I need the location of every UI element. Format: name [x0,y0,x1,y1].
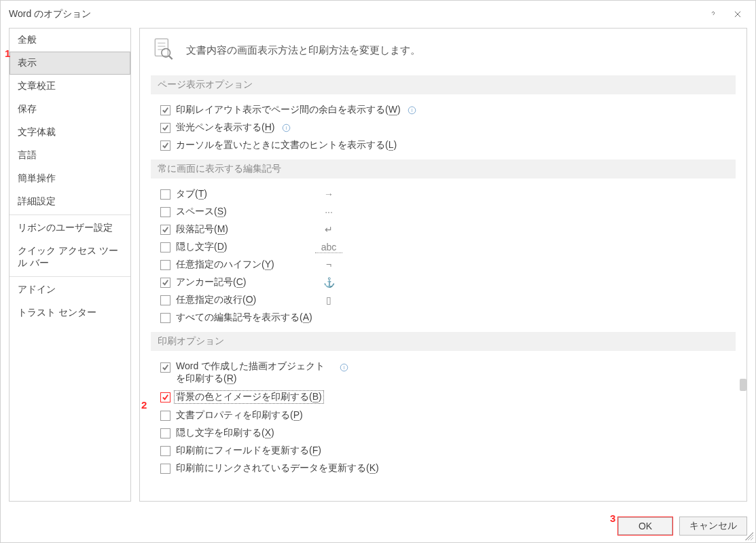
opt-print-background: 背景の色とイメージを印刷する(B) [160,388,736,407]
nav-item-general[interactable]: 全般 [10,29,130,52]
checkbox[interactable] [160,242,170,252]
pane-header: 文書内容の画面表示方法と印刷方法を変更します。 [151,37,736,64]
checkbox[interactable] [160,225,170,235]
opt-paragraph-mark: 段落記号(M) ↵ [160,221,736,238]
svg-text:i: i [286,124,287,130]
info-icon[interactable]: i [339,362,348,372]
resize-grip[interactable] [745,532,753,540]
ok-button[interactable]: OK [618,517,672,535]
titlebar: Word のオプション [1,1,755,28]
divider [10,276,130,277]
opt-tab-mark: タブ(T) → [160,185,736,203]
info-icon[interactable]: i [281,123,291,132]
opt-print-hidden-text: 隠し文字を印刷する(X) [160,424,736,442]
anchor-symbol: ⚓ [315,277,342,288]
checkbox[interactable] [160,411,170,421]
opt-show-highlighter: 蛍光ペンを表示する(H) i [160,119,736,136]
opt-show-margin-between-pages: 印刷レイアウト表示でページ間の余白を表示する(W) i [160,101,736,119]
section-print-options: 印刷オプション [151,332,736,351]
close-button[interactable] [725,2,750,26]
nav-item-quick-access[interactable]: クイック アクセス ツール バー [10,240,130,275]
svg-text:i: i [343,364,344,370]
options-pane: 文書内容の画面表示方法と印刷方法を変更します。 ページ表示オプション 印刷レイア… [139,28,747,502]
checkbox[interactable] [160,260,170,270]
nav-item-ease-of-access[interactable]: 簡単操作 [10,167,130,190]
checkbox[interactable] [160,446,170,456]
nav-item-addins[interactable]: アドイン [10,278,130,301]
checkbox[interactable] [160,295,170,305]
opt-anchor-mark: アンカー記号(C) ⚓ [160,274,736,291]
nav-item-advanced[interactable]: 詳細設定 [10,190,130,213]
svg-text:i: i [412,107,413,113]
nav-item-customize-ribbon[interactable]: リボンのユーザー設定 [10,217,130,240]
nav-item-language[interactable]: 言語 [10,144,130,167]
opt-print-drawing-objects: Word で作成した描画オブジェクトを印刷する(R) i [160,358,736,388]
checkbox[interactable] [160,428,170,438]
nav-item-save[interactable]: 保存 [10,98,130,121]
checkbox[interactable] [160,313,170,323]
opt-hidden-text-mark: 隠し文字(D) abc [160,238,736,256]
paragraph-symbol: ↵ [315,224,342,235]
hidden-text-symbol: abc [315,242,342,253]
checkbox[interactable] [160,141,170,151]
opt-optional-hyphen-mark: 任意指定のハイフン(Y) ¬ [160,256,736,274]
opt-print-doc-properties: 文書プロパティを印刷する(P) [160,407,736,424]
scroll-handle[interactable] [740,379,746,391]
nav-item-trust-center[interactable]: トラスト センター [10,301,130,324]
section-formatting-marks: 常に画面に表示する編集記号 [151,160,736,179]
checkbox[interactable] [160,189,170,200]
opt-optional-break-mark: 任意指定の改行(O) ▯ [160,291,736,309]
help-button[interactable] [701,2,725,26]
nav-item-typography[interactable]: 文字体裁 [10,121,130,144]
space-symbol: ··· [315,206,342,217]
opt-update-linked-data-before-print: 印刷前にリンクされているデータを更新する(K) [160,460,736,477]
options-dialog: Word のオプション 全般 表示 文章校正 保存 文字体裁 言語 簡単操作 詳… [0,0,756,543]
print-options: Word で作成した描画オブジェクトを印刷する(R) i 背景の色とイメージを印… [151,358,736,477]
checkbox[interactable] [160,278,170,288]
dialog-footer: OK キャンセル [1,510,755,542]
nav-item-display[interactable]: 表示 [10,52,130,75]
opt-space-mark: スペース(S) ··· [160,203,736,221]
pane-header-text: 文書内容の画面表示方法と印刷方法を変更します。 [186,44,420,57]
svg-line-5 [169,56,173,60]
checkbox[interactable] [160,105,170,115]
window-title: Word のオプション [9,8,91,20]
info-icon[interactable]: i [408,105,417,115]
checkbox[interactable] [160,464,170,474]
checkbox[interactable] [160,362,170,373]
opt-update-fields-before-print: 印刷前にフィールドを更新する(F) [160,442,736,460]
break-symbol: ▯ [315,295,342,305]
page-display-options: 印刷レイアウト表示でページ間の余白を表示する(W) i 蛍光ペンを表示する(H)… [151,101,736,154]
cancel-button[interactable]: キャンセル [679,517,747,536]
document-magnifier-icon [151,37,177,64]
hyphen-symbol: ¬ [315,259,342,270]
checkbox[interactable] [160,207,170,217]
divider [10,214,130,215]
formatting-marks-options: タブ(T) → スペース(S) ··· 段落記号(M) ↵ [151,185,736,326]
tab-symbol: → [315,189,342,200]
checkbox[interactable] [160,392,170,402]
opt-show-tooltips-on-hover: カーソルを置いたときに文書のヒントを表示する(L) [160,136,736,154]
checkbox[interactable] [160,123,170,133]
nav-item-proofing[interactable]: 文章校正 [10,75,130,98]
category-sidebar: 全般 表示 文章校正 保存 文字体裁 言語 簡単操作 詳細設定 リボンのユーザー… [9,28,131,502]
opt-show-all-marks: すべての編集記号を表示する(A) [160,309,736,326]
section-page-display: ページ表示オプション [151,75,736,94]
